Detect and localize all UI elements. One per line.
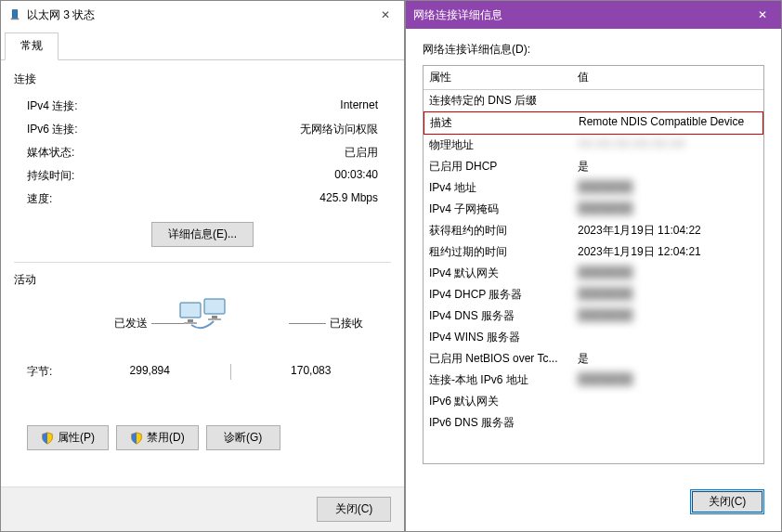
detail-value [572,412,763,434]
detail-row[interactable]: 连接特定的 DNS 后缀 [424,90,763,111]
diagnose-button[interactable]: 诊断(G) [206,425,280,450]
properties-button[interactable]: 属性(P) [27,425,109,450]
detail-value: 是 [572,348,763,370]
connection-details-window: 网络连接详细信息 ✕ 网络连接详细信息(D): 属性 值 连接特定的 DNS 后… [405,0,782,532]
detail-property: 物理地址 [424,135,572,156]
detail-row[interactable]: IPv4 WINS 服务器 [424,327,763,348]
status-panel: 连接 IPv4 连接: Internet IPv6 连接: 无网络访问权限 媒体… [1,60,404,467]
detail-row[interactable]: IPv6 默认网关 [424,391,763,412]
activity-header: 活动 [14,272,391,288]
detail-property: IPv6 DNS 服务器 [424,412,572,434]
label: 媒体状态: [14,145,116,161]
detail-row[interactable]: 描述Remote NDIS Compatible Device [424,111,763,135]
detail-row[interactable]: 物理地址XX-XX-XX-XX-XX-XX [424,135,763,156]
close-window-button[interactable]: 关闭(C) [317,497,391,522]
connection-header: 连接 [14,71,391,87]
detail-property: IPv4 默认网关 [424,263,572,284]
value: 00:03:40 [116,168,391,184]
close-button[interactable]: ✕ [744,1,781,29]
svg-rect-5 [184,322,197,324]
detail-value: ███████ [572,305,763,327]
header-property[interactable]: 属性 [424,66,572,89]
detail-row[interactable]: 获得租约的时间2023年1月19日 11:04:22 [424,220,763,241]
detail-row[interactable]: 连接-本地 IPv6 地址███████ [424,370,763,391]
value: 已启用 [116,145,391,161]
details-listview[interactable]: 属性 值 连接特定的 DNS 后缀描述Remote NDIS Compatibl… [423,65,764,464]
row-ipv4-conn: IPv4 连接: Internet [14,95,391,118]
shield-icon [130,432,143,445]
bottom-bar-right: 关闭(C) [690,489,764,514]
detail-row[interactable]: IPv4 子网掩码███████ [424,199,763,220]
value: Internet [116,98,391,114]
detail-value: ███████ [572,263,763,284]
divider [14,262,391,263]
label: 速度: [14,191,116,207]
row-media: 媒体状态: 已启用 [14,141,391,164]
detail-row[interactable]: IPv4 DHCP 服务器███████ [424,284,763,305]
ethernet-icon [8,8,21,21]
label: 禁用(D) [147,430,185,446]
detail-value [572,391,763,412]
listview-header[interactable]: 属性 值 [424,66,763,90]
header-value[interactable]: 值 [572,66,763,89]
detail-property: IPv4 地址 [424,177,572,199]
bytes-row: 字节: 299,894 170,083 [14,358,391,385]
row-speed: 速度: 425.9 Mbps [14,188,391,211]
label: 持续时间: [14,168,116,184]
detail-value: 2023年1月19日 11:04:22 [572,220,763,241]
close-icon: ✕ [758,8,767,21]
detail-property: 已启用 NetBIOS over Tc... [424,348,572,370]
close-icon: ✕ [381,8,390,21]
close-button[interactable]: ✕ [367,1,404,29]
tab-general[interactable]: 常规 [5,32,59,60]
detail-row[interactable]: IPv4 地址███████ [424,177,763,199]
bottom-bar-left: 关闭(C) [1,487,404,531]
label: 属性(P) [58,430,95,446]
row-duration: 持续时间: 00:03:40 [14,164,391,188]
detail-value: ███████ [572,199,763,220]
detail-property: 连接特定的 DNS 后缀 [424,90,572,111]
detail-property: 连接-本地 IPv6 地址 [424,370,572,391]
detail-value: ███████ [572,177,763,199]
window-title: 以太网 3 状态 [27,7,367,23]
bytes-sent: 299,894 [70,364,230,380]
close-window-button[interactable]: 关闭(C) [690,489,764,514]
details-body: 网络连接详细信息(D): 属性 值 连接特定的 DNS 后缀描述Remote N… [406,29,781,477]
details-caption: 网络连接详细信息(D): [423,42,764,58]
window-title: 网络连接详细信息 [413,7,744,23]
sent-label: 已发送 [114,316,148,331]
row-ipv6-conn: IPv6 连接: 无网络访问权限 [14,118,391,141]
label: IPv4 连接: [14,98,116,114]
details-button[interactable]: 详细信息(E)... [151,222,254,247]
detail-row[interactable]: IPv6 DNS 服务器 [424,412,763,434]
detail-value: 是 [572,156,763,177]
titlebar-left[interactable]: 以太网 3 状态 ✕ [1,1,404,29]
detail-row[interactable]: 已启用 DHCP是 [424,156,763,177]
svg-rect-3 [204,299,225,314]
recv-side: 已接收 [285,316,363,331]
detail-value [572,327,763,348]
detail-value: Remote NDIS Compatible Device [573,112,762,134]
detail-property: 已启用 DHCP [424,156,572,177]
svg-rect-7 [208,318,221,320]
action-button-row: 属性(P) 禁用(D) 诊断(G) [14,418,391,458]
detail-value: XX-XX-XX-XX-XX-XX [572,135,763,156]
svg-rect-4 [188,319,193,322]
activity-icon [178,297,227,337]
detail-property: IPv4 DNS 服务器 [424,305,572,327]
detail-value [572,90,763,111]
disable-button[interactable]: 禁用(D) [116,425,199,450]
detail-row[interactable]: IPv4 默认网关███████ [424,263,763,284]
detail-property: 描述 [424,112,573,134]
detail-value: ███████ [572,370,763,391]
value: 无网络访问权限 [116,122,391,137]
detail-row[interactable]: 已启用 NetBIOS over Tc...是 [424,348,763,370]
detail-value: ███████ [572,284,763,305]
detail-row[interactable]: 租约过期的时间2023年1月19日 12:04:21 [424,241,763,263]
detail-property: IPv4 WINS 服务器 [424,327,572,348]
value: 425.9 Mbps [116,191,391,207]
ethernet-status-window: 以太网 3 状态 ✕ 常规 连接 IPv4 连接: Internet IPv6 … [0,0,405,532]
recv-label: 已接收 [330,316,363,331]
titlebar-right[interactable]: 网络连接详细信息 ✕ [406,1,781,29]
detail-row[interactable]: IPv4 DNS 服务器███████ [424,305,763,327]
